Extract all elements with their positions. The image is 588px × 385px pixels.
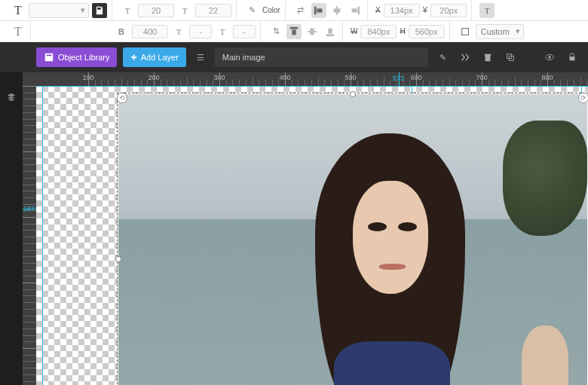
left-toolbar	[0, 86, 23, 385]
main-image[interactable]	[118, 94, 587, 385]
ruler-vertical[interactable]: 187	[23, 86, 36, 385]
svg-rect-7	[292, 29, 296, 35]
font-size-icon: T	[120, 3, 135, 18]
lock-icon[interactable]	[564, 49, 580, 66]
text-tool-icon[interactable]: T	[11, 3, 26, 18]
photo-child	[522, 325, 568, 385]
text-spacing-input[interactable]	[233, 25, 256, 38]
font-family-dropdown[interactable]	[29, 3, 89, 18]
font-weight-input[interactable]	[132, 25, 168, 38]
svg-rect-1	[317, 8, 322, 12]
size-preset-dropdown[interactable]: Custom	[476, 24, 524, 39]
svg-rect-0	[314, 6, 317, 14]
font-size-input[interactable]	[138, 4, 174, 17]
svg-rect-11	[328, 28, 332, 33]
workspace: 187 ⟲ ⟳	[0, 86, 588, 385]
align-left-icon[interactable]	[311, 3, 326, 18]
h-label: H	[400, 27, 405, 35]
guide-horizontal-top[interactable]	[36, 86, 588, 87]
svg-rect-9	[310, 28, 314, 35]
text-tool-2-icon[interactable]: T	[11, 24, 26, 39]
rotate-handle-tr[interactable]: ⟳	[578, 93, 588, 103]
canvas[interactable]: ⟲ ⟳	[36, 86, 588, 385]
duplicate-icon[interactable]	[502, 49, 519, 66]
svg-rect-5	[352, 8, 357, 12]
fx-icon[interactable]	[457, 49, 473, 66]
bold-icon[interactable]: B	[114, 24, 129, 39]
svg-point-18	[548, 56, 551, 59]
align-right-icon[interactable]	[348, 3, 363, 18]
svg-rect-12	[461, 28, 468, 35]
toggle-arrows-v-icon[interactable]: ⇅	[268, 24, 283, 39]
svg-rect-19	[570, 57, 575, 60]
object-library-label: Object Library	[58, 53, 109, 62]
line-height-input[interactable]	[195, 4, 231, 17]
eyedropper-icon[interactable]: ✎	[244, 3, 259, 18]
crop-icon[interactable]	[458, 24, 473, 39]
save-icon[interactable]	[92, 3, 107, 18]
svg-rect-4	[357, 6, 360, 14]
svg-rect-10	[326, 34, 335, 36]
edit-icon[interactable]: ✎	[434, 49, 451, 66]
text-spacing-icon[interactable]: T	[215, 24, 230, 39]
plus-icon: +	[130, 51, 136, 63]
toggle-arrows-icon[interactable]: ⇄	[293, 3, 308, 18]
toolbar-row-2: T B T T ⇅ W H Custom	[0, 21, 588, 42]
layers-icon[interactable]	[3, 89, 20, 105]
trash-icon[interactable]	[479, 49, 496, 66]
svg-rect-14	[47, 55, 52, 57]
y-label: Y	[423, 6, 428, 14]
align-bottom-icon[interactable]	[323, 24, 338, 39]
resize-handle-top[interactable]	[350, 91, 356, 97]
action-bar: Object Library + Add Layer ☰ ✎	[0, 42, 588, 72]
ruler-horizontal[interactable]: 100200300400500600700800573	[23, 72, 588, 86]
hamburger-icon[interactable]: ☰	[192, 49, 209, 66]
selected-object[interactable]: ⟲ ⟳	[118, 93, 588, 385]
y-input[interactable]	[430, 4, 467, 17]
width-input[interactable]	[360, 25, 397, 38]
rotate-handle-tl[interactable]: ⟲	[117, 93, 127, 103]
w-label: W	[351, 27, 357, 35]
letter-spacing-input[interactable]	[189, 25, 212, 38]
add-layer-label: Add Layer	[141, 53, 179, 62]
guide-vertical-left[interactable]	[42, 86, 43, 385]
svg-rect-13	[45, 53, 54, 62]
height-input[interactable]	[409, 25, 445, 38]
x-label: X	[375, 6, 381, 14]
align-top-icon[interactable]	[286, 24, 302, 39]
photo-trees	[503, 121, 587, 236]
resize-handle-left[interactable]	[115, 256, 121, 262]
align-center-h-icon[interactable]	[329, 3, 345, 18]
x-input[interactable]	[384, 4, 420, 17]
line-height-icon: T	[177, 3, 192, 18]
letter-spacing-icon[interactable]: T	[171, 24, 186, 39]
toolbar-row-1: T T T ✎ Color ⇄ X Y T	[0, 0, 588, 21]
text-box-icon[interactable]: T	[479, 3, 495, 18]
photo-person	[296, 127, 484, 385]
layer-name-input[interactable]	[215, 47, 428, 67]
align-middle-icon[interactable]	[305, 24, 320, 39]
visibility-icon[interactable]	[541, 49, 558, 66]
svg-rect-6	[290, 26, 299, 29]
add-layer-button[interactable]: + Add Layer	[123, 47, 185, 67]
object-library-button[interactable]: Object Library	[36, 47, 117, 67]
color-label: Color	[262, 6, 280, 14]
svg-rect-3	[334, 8, 341, 12]
